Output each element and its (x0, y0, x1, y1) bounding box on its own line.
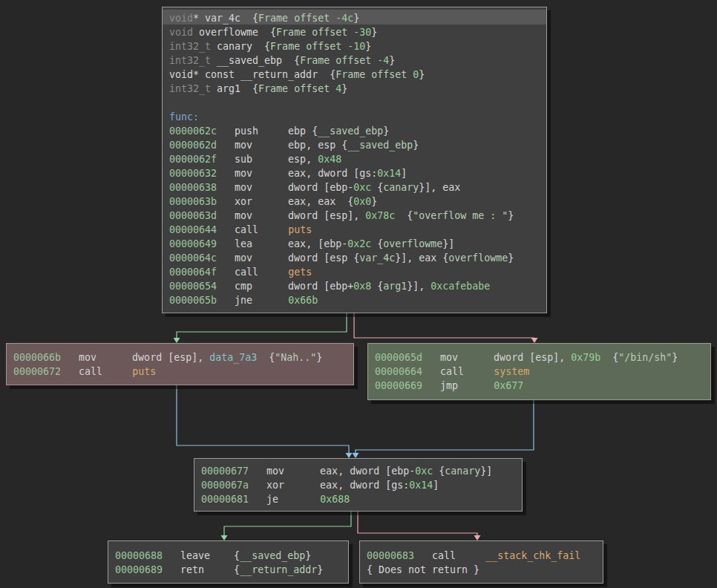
asm-line[interactable]: 00000664 call system (375, 365, 710, 379)
asm-line[interactable]: 0000062d mov ebp, esp {__saved_ebp} (169, 138, 546, 152)
asm-token: 0x14 (409, 480, 433, 491)
asm-token: canary (445, 466, 480, 477)
asm-line[interactable]: func: (169, 110, 546, 124)
asm-token: } (508, 210, 514, 221)
asm-line[interactable]: 0000063d mov dword [esp], 0x78c {"overfl… (169, 209, 546, 223)
asm-line[interactable]: 00000688 leave {__saved_ebp} (115, 549, 348, 563)
asm-token: 0000064f (169, 267, 217, 278)
asm-token: { Does not return } (367, 564, 479, 575)
asm-token: "overflow me : " (413, 210, 508, 221)
asm-line[interactable]: 00000683 call __stack_chk_fail (367, 549, 603, 563)
asm-line[interactable]: 00000644 call puts (169, 223, 546, 237)
edge-jne-taken (177, 313, 347, 338)
asm-token: mov dword [ebp- (217, 182, 353, 193)
asm-line[interactable]: int32_t __saved_ebp {Frame offset -4} (169, 53, 546, 68)
asm-token: }] (480, 466, 492, 477)
asm-token: 0x79b (571, 352, 600, 363)
asm-token: 0000067a (201, 480, 249, 491)
asm-token: } (305, 550, 311, 561)
asm-token: } (365, 41, 371, 52)
asm-line[interactable]: 0000065b jne 0x66b (169, 293, 546, 307)
asm-line[interactable] (169, 96, 546, 110)
asm-token: } (371, 27, 377, 38)
edge-uncond-jmp-to-check (356, 400, 534, 453)
asm-token: canary { (211, 41, 270, 52)
asm-line[interactable]: void* const __return_addr {Frame offset … (169, 68, 546, 82)
asm-line[interactable]: 00000689 retn {__return_addr} (115, 563, 348, 577)
asm-token: 0x14 (377, 168, 401, 179)
asm-token: gets (288, 267, 312, 278)
asm-line[interactable]: 0000065d mov dword [esp], 0x79b {"/bin/s… (375, 350, 710, 365)
asm-line[interactable]: 00000677 mov eax, dword [ebp-0xc {canary… (201, 464, 522, 478)
asm-line[interactable]: 00000638 mov dword [ebp-0xc {canary}], e… (169, 180, 546, 195)
asm-line[interactable]: void overflowme {Frame offset -30} (169, 25, 546, 39)
asm-token: -4 (377, 55, 389, 66)
asm-line[interactable]: 00000649 lea eax, [ebp-0x2c {overflowme}… (169, 237, 546, 251)
asm-line[interactable]: 00000669 jmp 0x677 (375, 379, 710, 393)
block-canary-check[interactable]: 00000677 mov eax, dword [ebp-0xc {canary… (194, 458, 523, 512)
asm-token: system (494, 366, 529, 377)
asm-token: __saved_ebp { (211, 55, 300, 66)
asm-token: 0000063b (169, 196, 217, 207)
asm-token: } (383, 125, 389, 137)
asm-token: } (672, 352, 678, 363)
asm-line[interactable]: int32_t arg1 {Frame offset 4} (169, 82, 546, 96)
asm-line[interactable]: int32_t canary {Frame offset -10} (169, 39, 546, 53)
asm-line[interactable]: 0000066b mov dword [esp], data_7a3 {"Nah… (13, 350, 353, 365)
asm-line[interactable]: 0000062c push ebp {__saved_ebp} (169, 124, 546, 138)
asm-token: 0000066b (13, 352, 61, 363)
block-bin-sh[interactable]: 0000065d mov dword [esp], 0x79b {"/bin/s… (367, 343, 711, 400)
asm-token: "/bin/sh" (618, 352, 672, 363)
asm-token: je (249, 494, 320, 505)
asm-token: Frame offset (335, 69, 413, 80)
edge-je-taken (224, 512, 351, 535)
asm-token: { (371, 182, 383, 193)
asm-token: Frame offset (300, 55, 377, 66)
block-func-entry[interactable]: void* var_4c {Frame offset -4c}void over… (162, 7, 547, 313)
asm-token: call (422, 366, 494, 377)
asm-line[interactable]: 00000632 mov eax, dword [gs:0x14] (169, 166, 546, 180)
asm-token: int32_t (169, 41, 211, 52)
asm-line[interactable]: 0000064c mov dword [esp {var_4c}], eax {… (169, 251, 546, 265)
asm-token: Frame offset (258, 13, 335, 24)
asm-token: mov eax, dword [gs: (217, 168, 377, 179)
asm-token: overflowme (448, 252, 508, 264)
edge-jne-taken-arrowhead-icon (174, 338, 180, 343)
block-nah-puts[interactable]: 0000066b mov dword [esp], data_7a3 {"Nah… (6, 343, 354, 385)
asm-token: } (413, 140, 419, 151)
edge-jne-not-taken-arrowhead-icon (531, 338, 538, 343)
asm-token: xor eax, eax { (217, 196, 353, 207)
asm-lines: 00000688 leave {__saved_ebp}00000689 ret… (108, 549, 348, 577)
asm-line[interactable]: void* var_4c {Frame offset -4c} (169, 11, 546, 25)
asm-token: 0x677 (494, 380, 523, 391)
asm-lines: 00000683 call __stack_chk_fail{ Does not… (360, 549, 603, 577)
asm-line[interactable]: 0000067a xor eax, dword [gs:0x14] (201, 478, 522, 492)
asm-lines: void* var_4c {Frame offset -4c}void over… (163, 11, 546, 307)
asm-token: } (316, 352, 322, 363)
asm-token: }], eax (419, 182, 460, 193)
asm-line[interactable]: 00000681 je 0x688 (201, 492, 522, 506)
asm-token: 00000664 (375, 366, 422, 377)
edge-uncond-jmp-to-check-arrowhead-icon (353, 453, 359, 458)
asm-line[interactable]: 00000654 cmp dword [ebp+0x8 {arg1}], 0xc… (169, 279, 546, 293)
asm-token: 00000654 (169, 281, 217, 292)
asm-line[interactable]: 0000064f call gets (169, 265, 546, 279)
asm-token: Frame offset (258, 83, 335, 94)
asm-token: 00000688 (115, 550, 163, 561)
block-func-return[interactable]: 00000688 leave {__saved_ebp}00000689 ret… (108, 540, 349, 584)
asm-token: 0xc (353, 182, 371, 193)
asm-token: 00000644 (169, 224, 217, 235)
asm-token: 0000062f (169, 154, 217, 165)
asm-token: { (371, 281, 383, 292)
asm-token: -30 (353, 27, 371, 38)
asm-token: retn { (163, 564, 240, 575)
disassembly-graph-view[interactable]: void* var_4c {Frame offset -4c}void over… (0, 0, 717, 588)
asm-line[interactable]: 0000062f sub esp, 0x48 (169, 152, 546, 166)
asm-line[interactable]: 0000063b xor eax, eax {0x0} (169, 195, 546, 209)
edge-uncond-nah-to-check (177, 385, 349, 453)
asm-token: Frame offset (276, 27, 353, 38)
asm-line[interactable]: 00000672 call puts (13, 365, 353, 379)
asm-token: call (217, 267, 288, 278)
block-stack-chk-fail[interactable]: 00000683 call __stack_chk_fail{ Does not… (359, 540, 603, 584)
asm-line[interactable]: { Does not return } (367, 563, 603, 577)
